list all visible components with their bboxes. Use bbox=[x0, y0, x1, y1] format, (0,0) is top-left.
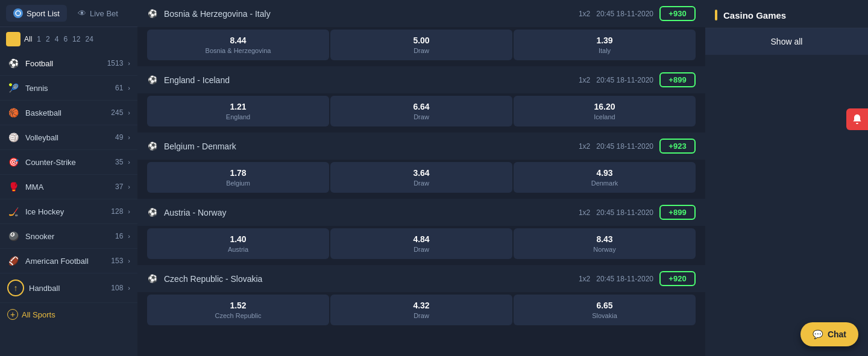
match-time-4: 20:45 18-11-2020 bbox=[596, 208, 653, 217]
sport-name-snooker: Snooker bbox=[25, 232, 115, 241]
odds-btn-3-1[interactable]: 3.64 Draw bbox=[330, 162, 512, 193]
odds-btn-4-0[interactable]: 1.40 Austria bbox=[147, 228, 329, 259]
match-block-2: ⚽ England - Iceland 1x2 20:45 18-11-2020… bbox=[137, 66, 705, 131]
odds-btn-1-0[interactable]: 8.44 Bosnia & Herzegovina bbox=[147, 30, 329, 60]
snooker-icon: 🎱 bbox=[7, 230, 19, 242]
sport-name-counter-strike: Counter-Strike bbox=[25, 158, 115, 167]
american-football-icon: 🏈 bbox=[7, 255, 19, 267]
odds-badge-2[interactable]: +899 bbox=[659, 72, 696, 87]
filter-6[interactable]: 6 bbox=[63, 35, 68, 43]
sidebar-item-handball[interactable]: ↑ Handball 108 › bbox=[0, 273, 137, 303]
odds-value-3-1: 3.64 bbox=[335, 168, 508, 178]
sidebar-item-football[interactable]: ⚽ Football 1513 › bbox=[0, 51, 137, 76]
match-block-4: ⚽ Austria - Norway 1x2 20:45 18-11-2020 … bbox=[137, 199, 705, 264]
sport-count-football: 1513 bbox=[107, 59, 124, 67]
sidebar-item-american-football[interactable]: 🏈 American Football 153 › bbox=[0, 249, 137, 273]
sidebar-item-counter-strike[interactable]: 🎯 Counter-Strike 35 › bbox=[0, 150, 137, 175]
casino-header: Casino Games bbox=[705, 0, 868, 28]
odds-value-4-2: 8.43 bbox=[518, 234, 691, 244]
show-all-button[interactable]: Show all bbox=[705, 28, 868, 55]
filter-all[interactable]: All bbox=[24, 35, 32, 43]
sport-name-american-football: American Football bbox=[25, 257, 111, 266]
odds-btn-1-1[interactable]: 5.00 Draw bbox=[330, 30, 512, 60]
live-bet-tab[interactable]: 👁 Live Bet bbox=[71, 5, 125, 22]
odds-btn-4-1[interactable]: 4.84 Draw bbox=[330, 228, 512, 259]
odds-row-5: 1.52 Czech Republic 4.32 Draw 6.65 Slova… bbox=[137, 292, 705, 330]
match-name-4: Austria - Norway bbox=[164, 208, 579, 217]
chevron-american-football: › bbox=[128, 257, 130, 264]
match-name-3: Belgium - Denmark bbox=[164, 142, 579, 151]
odds-value-5-0: 1.52 bbox=[152, 301, 324, 310]
sport-count-counter-strike: 35 bbox=[115, 158, 123, 166]
match-type-2: 1x2 bbox=[579, 76, 590, 84]
match-meta-1: 1x2 20:45 18-11-2020 +930 bbox=[579, 6, 696, 21]
chevron-counter-strike: › bbox=[128, 158, 130, 166]
sidebar-item-volleyball[interactable]: 🏐 Volleyball 49 › bbox=[0, 125, 137, 150]
scroll-up-button[interactable]: ↑ bbox=[7, 279, 24, 296]
odds-btn-5-0[interactable]: 1.52 Czech Republic bbox=[147, 295, 329, 325]
odds-row-3: 1.78 Belgium 3.64 Draw 4.93 Denmark bbox=[137, 160, 705, 198]
filter-1[interactable]: 1 bbox=[37, 35, 41, 43]
odds-label-2-1: Draw bbox=[335, 113, 508, 120]
odds-badge-4[interactable]: +899 bbox=[659, 205, 696, 220]
odds-value-4-1: 4.84 bbox=[335, 234, 508, 244]
odds-value-4-0: 1.40 bbox=[152, 234, 324, 244]
filter-2[interactable]: 2 bbox=[46, 35, 50, 43]
match-football-icon-3: ⚽ bbox=[147, 141, 158, 152]
filter-4[interactable]: 4 bbox=[55, 35, 59, 43]
counter-strike-icon: 🎯 bbox=[7, 156, 19, 168]
sport-list-tab[interactable]: Sport List bbox=[6, 5, 67, 22]
odds-badge-3[interactable]: +923 bbox=[659, 139, 696, 154]
chevron-snooker: › bbox=[128, 233, 130, 240]
filter-row: All 1 2 4 6 12 24 bbox=[0, 27, 137, 51]
sport-count-tennis: 61 bbox=[115, 84, 123, 92]
chevron-mma: › bbox=[128, 183, 130, 190]
match-meta-2: 1x2 20:45 18-11-2020 +899 bbox=[579, 72, 696, 87]
odds-label-2-0: England bbox=[152, 113, 324, 120]
odds-label-1-0: Bosnia & Herzegovina bbox=[152, 47, 324, 54]
odds-btn-5-1[interactable]: 4.32 Draw bbox=[330, 295, 512, 325]
odds-badge-1[interactable]: +930 bbox=[659, 6, 696, 21]
odds-btn-1-2[interactable]: 1.39 Italy bbox=[514, 30, 696, 60]
match-header-4: ⚽ Austria - Norway 1x2 20:45 18-11-2020 … bbox=[137, 199, 705, 226]
casino-title: Casino Games bbox=[723, 10, 786, 20]
odds-btn-3-2[interactable]: 4.93 Denmark bbox=[514, 162, 696, 193]
all-sports-label: All Sports bbox=[22, 310, 55, 319]
odds-row-2: 1.21 England 6.64 Draw 16.20 Iceland bbox=[137, 93, 705, 131]
sidebar-item-snooker[interactable]: 🎱 Snooker 16 › bbox=[0, 224, 137, 249]
sport-count-mma: 37 bbox=[115, 183, 123, 191]
notification-icon[interactable] bbox=[846, 108, 868, 130]
sport-name-football: Football bbox=[25, 59, 107, 68]
odds-label-5-1: Draw bbox=[335, 312, 508, 319]
sidebar-item-basketball[interactable]: 🏀 Basketball 245 › bbox=[0, 101, 137, 125]
chat-icon: 💬 bbox=[813, 329, 823, 339]
odds-btn-2-2[interactable]: 16.20 Iceland bbox=[514, 96, 696, 126]
odds-label-1-1: Draw bbox=[335, 47, 508, 54]
odds-value-1-1: 5.00 bbox=[335, 36, 508, 45]
odds-value-2-1: 6.64 bbox=[335, 102, 508, 111]
sport-count-ice-hockey: 128 bbox=[111, 207, 123, 216]
odds-row-1: 8.44 Bosnia & Herzegovina 5.00 Draw 1.39… bbox=[137, 27, 705, 65]
odds-btn-5-2[interactable]: 6.65 Slovakia bbox=[514, 295, 696, 325]
sidebar-item-ice-hockey[interactable]: 🏒 Ice Hockey 128 › bbox=[0, 199, 137, 224]
all-sports-button[interactable]: + All Sports bbox=[0, 303, 137, 326]
odds-btn-3-0[interactable]: 1.78 Belgium bbox=[147, 162, 329, 193]
odds-btn-2-0[interactable]: 1.21 England bbox=[147, 96, 329, 126]
sidebar-item-tennis[interactable]: 🎾 Tennis 61 › bbox=[0, 76, 137, 101]
odds-btn-4-2[interactable]: 8.43 Norway bbox=[514, 228, 696, 259]
filter-12[interactable]: 12 bbox=[72, 35, 80, 43]
match-name-5: Czech Republic - Slovakia bbox=[164, 274, 579, 284]
match-block-5: ⚽ Czech Republic - Slovakia 1x2 20:45 18… bbox=[137, 265, 705, 330]
sidebar-item-mma[interactable]: 🥊 MMA 37 › bbox=[0, 175, 137, 199]
match-header-2: ⚽ England - Iceland 1x2 20:45 18-11-2020… bbox=[137, 66, 705, 93]
filter-24[interactable]: 24 bbox=[85, 35, 93, 43]
sport-name-handball: Handball bbox=[29, 284, 111, 293]
odds-badge-5[interactable]: +920 bbox=[659, 271, 696, 286]
sidebar: Sport List 👁 Live Bet All 1 2 4 6 12 24 … bbox=[0, 0, 137, 356]
odds-label-4-1: Draw bbox=[335, 246, 508, 253]
match-name-2: England - Iceland bbox=[164, 75, 579, 85]
right-panel: Casino Games Show all bbox=[705, 0, 868, 356]
chat-button[interactable]: 💬 Chat bbox=[800, 322, 858, 346]
match-type-5: 1x2 bbox=[579, 275, 590, 283]
odds-btn-2-1[interactable]: 6.64 Draw bbox=[330, 96, 512, 126]
